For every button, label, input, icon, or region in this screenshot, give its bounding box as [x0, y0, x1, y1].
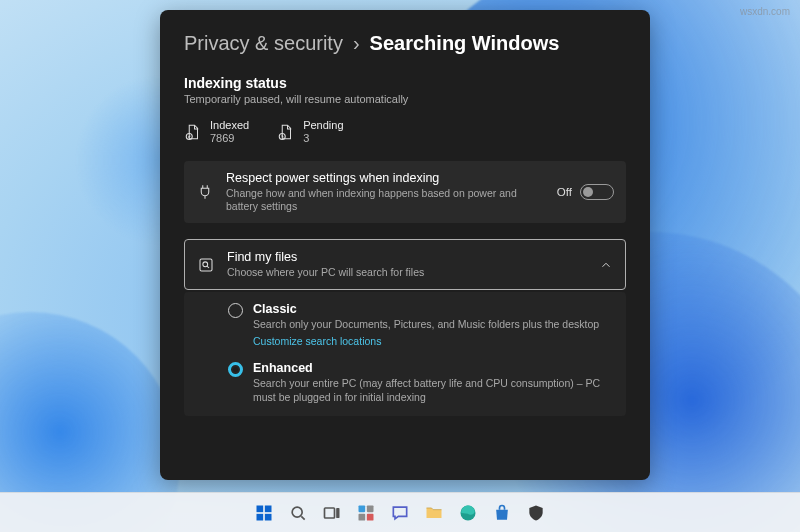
svg-point-3 — [203, 262, 208, 267]
stat-indexed: Indexed 7869 — [184, 119, 249, 145]
find-my-files-expander[interactable]: Find my files Choose where your PC will … — [184, 239, 626, 290]
option-classic[interactable]: Classic Search only your Documents, Pict… — [228, 302, 612, 349]
svg-rect-12 — [367, 505, 374, 512]
option-classic-title: Classic — [253, 302, 612, 316]
radio-classic[interactable] — [228, 303, 243, 318]
power-toggle[interactable] — [580, 184, 614, 200]
indexing-status-title: Indexing status — [184, 75, 626, 91]
find-my-files-desc: Choose where your PC will search for fil… — [227, 266, 587, 279]
taskbar-taskview[interactable] — [319, 500, 345, 526]
svg-rect-7 — [265, 513, 272, 520]
settings-panel: Privacy & security › Searching Windows I… — [160, 10, 650, 480]
widgets-icon — [356, 503, 376, 523]
taskbar-widgets[interactable] — [353, 500, 379, 526]
option-enhanced[interactable]: Enhanced Search your entire PC (may affe… — [228, 361, 612, 403]
svg-rect-2 — [200, 259, 212, 271]
chevron-up-icon — [599, 258, 613, 272]
option-classic-desc: Search only your Documents, Pictures, an… — [253, 318, 612, 331]
taskbar-edge[interactable] — [455, 500, 481, 526]
taskbar-store[interactable] — [489, 500, 515, 526]
indexing-status-subtitle: Temporarily paused, will resume automati… — [184, 93, 626, 105]
stat-pending-label: Pending — [303, 119, 343, 132]
svg-rect-6 — [257, 513, 264, 520]
svg-rect-10 — [336, 508, 339, 518]
svg-point-8 — [292, 507, 302, 517]
option-enhanced-desc: Search your entire PC (may affect batter… — [253, 377, 612, 403]
breadcrumb-current: Searching Windows — [370, 32, 560, 55]
find-my-files-title: Find my files — [227, 250, 587, 264]
shield-icon — [526, 503, 546, 523]
taskbar-security[interactable] — [523, 500, 549, 526]
watermark: wsxdn.com — [740, 6, 790, 17]
svg-rect-13 — [359, 513, 366, 520]
customize-search-locations-link[interactable]: Customize search locations — [253, 335, 381, 347]
power-toggle-label: Off — [557, 186, 572, 198]
edge-icon — [458, 503, 478, 523]
power-toggle-group: Off — [557, 184, 614, 200]
power-settings-title: Respect power settings when indexing — [226, 171, 545, 185]
store-icon — [492, 503, 512, 523]
power-settings-desc: Change how and when indexing happens bas… — [226, 187, 545, 213]
chevron-right-icon: › — [353, 32, 360, 55]
taskbar-chat[interactable] — [387, 500, 413, 526]
windows-icon — [254, 503, 274, 523]
breadcrumb: Privacy & security › Searching Windows — [184, 32, 626, 55]
power-settings-card[interactable]: Respect power settings when indexing Cha… — [184, 161, 626, 223]
svg-rect-11 — [359, 505, 366, 512]
taskbar-start[interactable] — [251, 500, 277, 526]
radio-enhanced[interactable] — [228, 362, 243, 377]
power-plug-icon — [196, 183, 214, 201]
taskbar — [0, 492, 800, 532]
search-file-icon — [197, 256, 215, 274]
chat-icon — [390, 503, 410, 523]
svg-rect-4 — [257, 505, 264, 512]
breadcrumb-parent[interactable]: Privacy & security — [184, 32, 343, 55]
option-enhanced-title: Enhanced — [253, 361, 612, 375]
folder-icon — [424, 503, 444, 523]
stat-pending-value: 3 — [303, 132, 343, 145]
stat-indexed-value: 7869 — [210, 132, 249, 145]
svg-rect-9 — [325, 508, 335, 518]
find-my-files-options: Classic Search only your Documents, Pict… — [184, 292, 626, 415]
taskview-icon — [322, 503, 342, 523]
taskbar-file-explorer[interactable] — [421, 500, 447, 526]
search-icon — [288, 503, 308, 523]
stat-pending: Pending 3 — [277, 119, 343, 145]
svg-rect-14 — [367, 513, 374, 520]
document-clock-icon — [277, 123, 295, 141]
stat-indexed-label: Indexed — [210, 119, 249, 132]
taskbar-search[interactable] — [285, 500, 311, 526]
svg-rect-5 — [265, 505, 272, 512]
indexing-stats: Indexed 7869 Pending 3 — [184, 119, 626, 145]
document-check-icon — [184, 123, 202, 141]
